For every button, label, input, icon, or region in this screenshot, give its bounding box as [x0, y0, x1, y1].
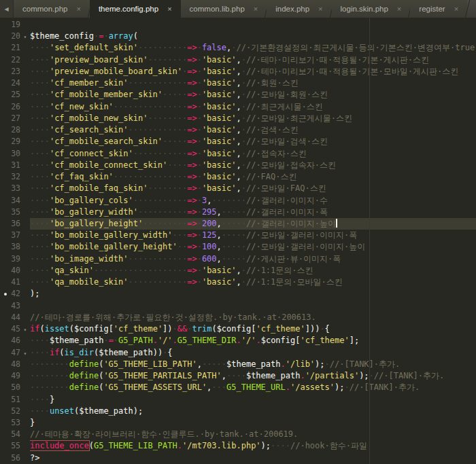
tab-register[interactable]: register × — [410, 0, 467, 18]
code-row[interactable]: 21····'set_default_skin'··········=>·fal… — [0, 42, 476, 54]
code-row[interactable]: 32····'cf_faq_skin'···············=>·'ba… — [0, 171, 476, 183]
line-number[interactable]: 49 — [0, 370, 30, 382]
line-number[interactable]: 24 — [0, 77, 30, 89]
line-number[interactable]: 48 — [0, 359, 30, 370]
line-number[interactable]: 27 — [0, 113, 30, 124]
code-row[interactable]: 35····'bo_gallery_width'··········=>·295… — [0, 207, 476, 218]
line-number-text: 36 — [0, 218, 20, 230]
code-row[interactable]: 41····'qa_mobile_skin'············=>·'ba… — [0, 276, 476, 288]
line-number-text: 26 — [0, 101, 20, 113]
line-number[interactable]: 31 — [0, 160, 30, 171]
code-row[interactable]: 26····'cf_new_skin'···············=>·'ba… — [0, 101, 476, 113]
line-number[interactable]: 33 — [0, 183, 30, 194]
code-row[interactable]: 53} — [0, 417, 476, 429]
code-row[interactable]: 20▾$theme_config·=·array( — [0, 31, 476, 42]
code-row[interactable]: 40····'qa_skin'···················=>·'ba… — [0, 265, 476, 276]
code-row[interactable]: 44//·테마·경로를·위해·추가로·필요한·것·설정함.·by·tank.·a… — [0, 312, 476, 323]
line-number-text: 56 — [0, 452, 20, 464]
code-row[interactable]: 49········define('G5_THEME_PARTIALS_PATH… — [0, 370, 476, 382]
code-row[interactable]: 25····'cf_mobile_member_skin'·····=>·'ba… — [0, 89, 476, 101]
tab-common-php[interactable]: common.php × — [14, 0, 90, 18]
line-number[interactable]: 26 — [0, 101, 30, 113]
line-number[interactable]: 44 — [0, 312, 30, 323]
close-icon[interactable]: × — [318, 5, 322, 13]
tab-scroll-button[interactable]: ◀ — [0, 0, 14, 18]
line-number[interactable]: 37 — [0, 230, 30, 241]
code-row[interactable]: 24····'cf_member_skin'············=>·'ba… — [0, 77, 476, 89]
line-number[interactable]: 20▾ — [0, 31, 30, 42]
close-icon[interactable]: × — [454, 5, 458, 13]
code-row[interactable]: 36····'bo_gallery_height'·········=>·200… — [0, 218, 476, 230]
code-row[interactable]: 46····$theme_path·=·G5_PATH.'/'.G5_THEME… — [0, 335, 476, 346]
code-line-text: ····'cf_mobile_search_skin'·····=>·'basi… — [30, 136, 476, 147]
code-row[interactable]: 19 — [0, 19, 476, 31]
fold-arrow-icon[interactable]: ▾ — [20, 31, 30, 43]
close-icon[interactable]: × — [167, 5, 171, 13]
line-number[interactable]: 39 — [0, 253, 30, 265]
line-number[interactable]: 29 — [0, 136, 30, 147]
fold-arrow-icon[interactable]: ▾ — [20, 324, 30, 336]
code-row[interactable]: 51····} — [0, 394, 476, 406]
line-number[interactable]: 25 — [0, 89, 30, 101]
tab-index-php[interactable]: index.php × — [267, 0, 331, 18]
close-icon[interactable]: × — [254, 5, 258, 13]
line-number[interactable]: 50 — [0, 382, 30, 393]
line-number-text: 29 — [0, 136, 20, 147]
line-number[interactable]: 43 — [0, 300, 30, 312]
line-number[interactable]: 35 — [0, 207, 30, 218]
code-row[interactable]: 31····'cf_mobile_connect_skin'····=>·'ba… — [0, 160, 476, 171]
line-number[interactable]: 22 — [0, 54, 30, 66]
line-number[interactable]: 52 — [0, 406, 30, 417]
line-number[interactable]: 53 — [0, 417, 30, 429]
code-row[interactable]: 22····'preview_board_skin'········=>·'ba… — [0, 54, 476, 66]
line-number[interactable]: 38 — [0, 241, 30, 253]
tab-login-skin-php[interactable]: login.skin.php × — [332, 0, 411, 18]
code-line-text: //·테마용·확장·라이브러리·함수·인클루드.·by·tank.·at·200… — [30, 429, 476, 440]
line-number[interactable]: 40 — [0, 265, 30, 276]
fold-arrow-icon[interactable]: ▾ — [20, 348, 30, 359]
line-number[interactable]: 41 — [0, 276, 30, 288]
tab-theme-config-php[interactable]: theme.config.php × — [90, 0, 181, 18]
code-row[interactable]: 50········define('G5_THEME_ASSETS_URL',·… — [0, 382, 476, 393]
code-row[interactable]: 48········define('G5_THEME_LIB_PATH',···… — [0, 359, 476, 370]
line-number[interactable]: 54 — [0, 429, 30, 440]
tab-label: common.php — [22, 5, 67, 13]
code-row[interactable]: 45▾if(isset($config['cf_theme'])·&&·trim… — [0, 323, 476, 335]
close-icon[interactable]: × — [76, 5, 80, 13]
line-number[interactable]: 45▾ — [0, 323, 30, 335]
line-number[interactable]: 21 — [0, 42, 30, 54]
line-number[interactable]: 28 — [0, 124, 30, 136]
code-row[interactable]: 54//·테마용·확장·라이브러리·함수·인클루드.·by·tank.·at·2… — [0, 429, 476, 440]
code-row[interactable]: 42); — [0, 288, 476, 300]
tab-common-lib-php[interactable]: common.lib.php × — [181, 0, 267, 18]
code-row[interactable]: 33····'cf_mobile_faq_skin'········=>·'ba… — [0, 183, 476, 194]
code-row[interactable]: 43 — [0, 300, 476, 312]
code-row[interactable]: 52····unset($theme_path); — [0, 406, 476, 417]
line-number[interactable]: 46 — [0, 335, 30, 346]
line-number[interactable]: 56 — [0, 452, 30, 464]
code-row[interactable]: 34····'bo_gallery_cols'···········=>·3,·… — [0, 195, 476, 207]
code-row[interactable]: 39····'bo_image_width'············=>·600… — [0, 253, 476, 265]
code-row[interactable]: 29····'cf_mobile_search_skin'·····=>·'ba… — [0, 136, 476, 147]
code-row[interactable]: 28····'cf_search_skin'············=>·'ba… — [0, 124, 476, 136]
line-number[interactable]: 42 — [0, 288, 30, 300]
code-row[interactable]: 23····'preview_mobile_board_skin'·=>·'ba… — [0, 66, 476, 77]
code-row[interactable]: 30····'cf_connect_skin'···········=>·'ba… — [0, 148, 476, 160]
code-row[interactable]: 55include_once(G5_THEME_LIB_PATH.'/mt703… — [0, 440, 476, 452]
line-number-text: 25 — [0, 89, 20, 101]
line-number[interactable]: 30 — [0, 148, 30, 160]
line-number[interactable]: 32 — [0, 171, 30, 183]
close-icon[interactable]: × — [397, 5, 401, 13]
line-number[interactable]: 19 — [0, 19, 30, 31]
line-number[interactable]: 47▾ — [0, 347, 30, 359]
code-row[interactable]: 56?> — [0, 452, 476, 464]
line-number[interactable]: 23 — [0, 66, 30, 77]
line-number[interactable]: 55 — [0, 440, 30, 452]
line-number[interactable]: 51 — [0, 394, 30, 406]
code-row[interactable]: 47▾····if(is_dir($theme_path))·{ — [0, 347, 476, 359]
code-row[interactable]: 37····'bo_mobile_gallery_width'···=>·125… — [0, 230, 476, 241]
code-row[interactable]: 27····'cf_mobile_new_skin'········=>·'ba… — [0, 113, 476, 124]
code-row[interactable]: 38····'bo_mobile_gallery_height'··=>·100… — [0, 241, 476, 253]
line-number[interactable]: 34 — [0, 195, 30, 207]
line-number[interactable]: 36 — [0, 218, 30, 230]
